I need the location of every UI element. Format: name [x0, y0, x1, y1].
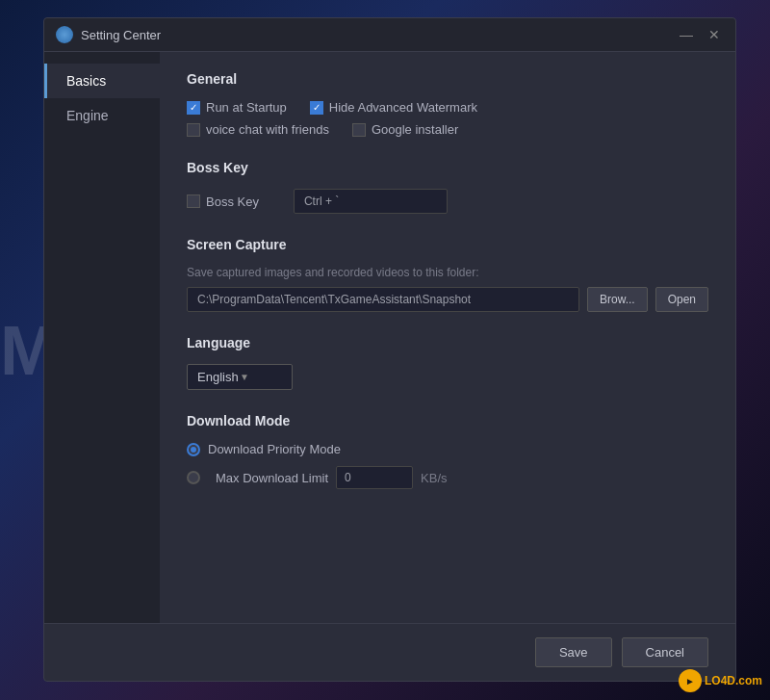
sidebar-item-basics[interactable]: Basics [44, 64, 160, 98]
voice-chat-wrap[interactable]: voice chat with friends [187, 122, 329, 137]
dialog-footer: Save Cancel [44, 623, 735, 681]
google-installer-checkbox[interactable] [352, 123, 366, 137]
boss-key-title: Boss Key [187, 160, 708, 175]
run-startup-checkbox[interactable] [187, 101, 200, 115]
close-button[interactable]: ✕ [705, 28, 724, 41]
google-installer-label: Google installer [372, 122, 458, 137]
cancel-button[interactable]: Cancel [622, 637, 708, 667]
capture-path-row: Brow... Open [187, 287, 708, 312]
save-button[interactable]: Save [535, 637, 612, 667]
boss-key-input[interactable] [294, 189, 448, 214]
screen-capture-title: Screen Capture [187, 237, 708, 252]
language-section: Language English ▼ [187, 335, 708, 390]
download-priority-label: Download Priority Mode [208, 442, 341, 456]
screen-capture-section: Screen Capture Save captured images and … [187, 237, 708, 312]
chevron-down-icon: ▼ [240, 372, 282, 382]
run-startup-label: Run at Startup [206, 100, 287, 115]
window-controls: — ✕ [676, 28, 724, 41]
boss-key-checkbox[interactable] [187, 194, 200, 208]
run-startup-wrap[interactable]: Run at Startup [187, 100, 287, 115]
title-bar: Setting Center — ✕ [44, 18, 735, 52]
general-row-1: Run at Startup Hide Advanced Watermark [187, 100, 708, 115]
boss-key-label: Boss Key [206, 194, 259, 209]
lo4d-text: LO4D.com [705, 674, 762, 687]
general-row-2: voice chat with friends Google installer [187, 122, 708, 137]
capture-path-input[interactable] [187, 287, 579, 312]
hide-watermark-wrap[interactable]: Hide Advanced Watermark [310, 100, 477, 115]
settings-dialog: Setting Center — ✕ Basics Engine General [43, 17, 736, 682]
language-selected: English [197, 370, 240, 384]
sidebar: Basics Engine [44, 52, 160, 623]
sidebar-item-engine[interactable]: Engine [44, 98, 160, 133]
hide-watermark-label: Hide Advanced Watermark [329, 100, 477, 115]
google-installer-wrap[interactable]: Google installer [352, 122, 458, 137]
capture-description: Save captured images and recorded videos… [187, 266, 708, 279]
browse-button[interactable]: Brow... [587, 287, 648, 312]
limit-input[interactable] [336, 466, 413, 489]
boss-key-row: Boss Key [187, 189, 708, 214]
download-limit-row: Max Download Limit KB/s [187, 466, 708, 489]
boss-key-wrap[interactable]: Boss Key [187, 194, 259, 209]
download-mode-title: Download Mode [187, 413, 708, 428]
general-section: General Run at Startup Hide Advanced Wat… [187, 71, 708, 137]
max-download-label: Max Download Limit [216, 471, 328, 485]
voice-chat-checkbox[interactable] [187, 123, 200, 137]
download-mode-section: Download Mode Download Priority Mode Max… [187, 413, 708, 489]
download-priority-row[interactable]: Download Priority Mode [187, 442, 708, 456]
lo4d-icon: ► [679, 669, 702, 692]
app-icon [56, 26, 73, 43]
language-title: Language [187, 335, 708, 350]
boss-key-section: Boss Key Boss Key [187, 160, 708, 214]
dialog-title: Setting Center [81, 28, 676, 42]
max-download-radio[interactable] [187, 471, 200, 484]
download-priority-radio[interactable] [187, 443, 200, 456]
general-title: General [187, 71, 708, 87]
settings-content: General Run at Startup Hide Advanced Wat… [160, 52, 735, 623]
open-button[interactable]: Open [655, 287, 708, 312]
watermark: ► LO4D.com [679, 669, 762, 692]
language-dropdown[interactable]: English ▼ [187, 364, 293, 390]
hide-watermark-checkbox[interactable] [310, 101, 323, 115]
voice-chat-label: voice chat with friends [206, 122, 329, 137]
unit-label: KB/s [421, 471, 447, 485]
minimize-button[interactable]: — [676, 28, 697, 41]
dialog-body: Basics Engine General Run at Startup Hid [44, 52, 735, 623]
